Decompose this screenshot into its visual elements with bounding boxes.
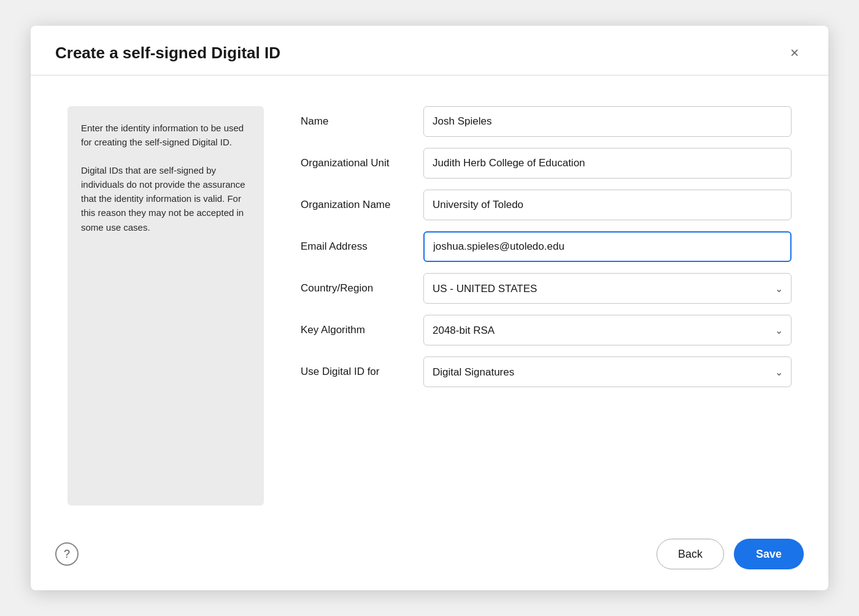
key-algorithm-select[interactable]: 2048-bit RSA 1024-bit RSA 4096-bit RSA <box>423 315 792 345</box>
info-paragraph-2: Digital IDs that are self-signed by indi… <box>81 163 250 234</box>
key-algorithm-label: Key Algorithm <box>301 324 423 336</box>
info-panel: Enter the identity information to be use… <box>67 106 264 506</box>
country-label: Country/Region <box>301 282 423 295</box>
info-paragraph-1: Enter the identity information to be use… <box>81 121 250 150</box>
country-select[interactable]: US - UNITED STATES CA - CANADA GB - UNIT… <box>423 273 792 304</box>
name-label: Name <box>301 115 423 128</box>
dialog-body: Enter the identity information to be use… <box>31 75 828 524</box>
email-input[interactable] <box>423 231 792 262</box>
dialog-footer: ? Back Save <box>31 524 828 590</box>
org-name-label: Organization Name <box>301 199 423 211</box>
create-digital-id-dialog: Create a self-signed Digital ID × Enter … <box>31 26 828 590</box>
footer-actions: Back Save <box>657 539 804 569</box>
country-select-wrapper: US - UNITED STATES CA - CANADA GB - UNIT… <box>423 273 792 304</box>
use-digital-id-label: Use Digital ID for <box>301 366 423 378</box>
back-button[interactable]: Back <box>657 539 724 569</box>
org-unit-label: Organizational Unit <box>301 157 423 169</box>
org-unit-input[interactable] <box>423 148 792 179</box>
use-digital-id-row: Use Digital ID for Digital Signatures Da… <box>301 356 792 387</box>
name-input[interactable] <box>423 106 792 137</box>
close-button[interactable]: × <box>785 43 804 63</box>
org-unit-row: Organizational Unit <box>301 148 792 179</box>
key-algorithm-select-wrapper: 2048-bit RSA 1024-bit RSA 4096-bit RSA ⌄ <box>423 315 792 345</box>
dialog-header: Create a self-signed Digital ID × <box>31 26 828 75</box>
key-algorithm-row: Key Algorithm 2048-bit RSA 1024-bit RSA … <box>301 315 792 345</box>
use-digital-id-select-wrapper: Digital Signatures Data Encryption Both … <box>423 356 792 387</box>
use-digital-id-select[interactable]: Digital Signatures Data Encryption Both <box>423 356 792 387</box>
org-name-input[interactable] <box>423 190 792 220</box>
help-button[interactable]: ? <box>55 542 79 566</box>
name-row: Name <box>301 106 792 137</box>
email-label: Email Address <box>301 241 423 253</box>
country-row: Country/Region US - UNITED STATES CA - C… <box>301 273 792 304</box>
save-button[interactable]: Save <box>734 539 804 569</box>
help-icon: ? <box>64 548 70 561</box>
org-name-row: Organization Name <box>301 190 792 220</box>
email-row: Email Address <box>301 231 792 262</box>
form-section: Name Organizational Unit Organization Na… <box>301 106 792 506</box>
dialog-title: Create a self-signed Digital ID <box>55 44 280 63</box>
